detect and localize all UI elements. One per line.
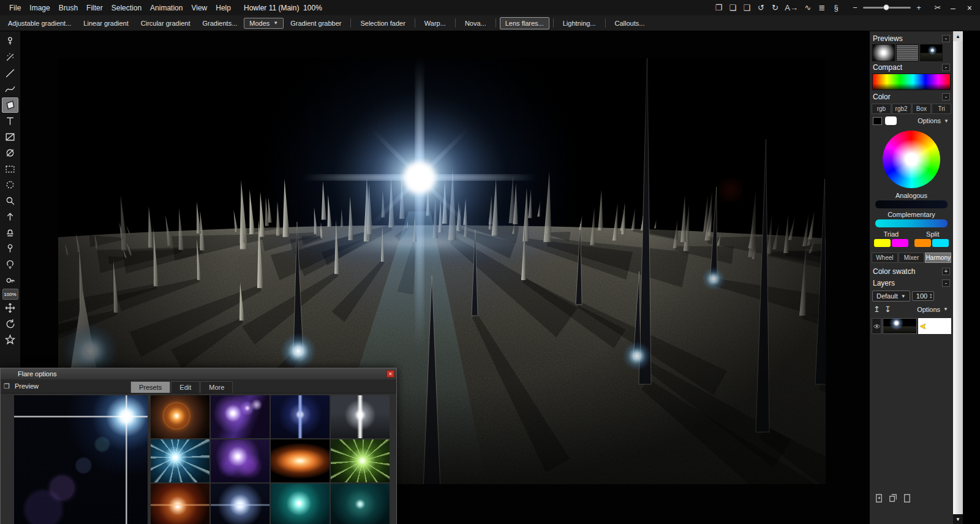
- lines-icon[interactable]: ≣: [818, 3, 826, 12]
- flare-preset-warm-ellipse[interactable]: [271, 439, 330, 482]
- toolbar-button-adjustable-gradient[interactable]: Adjustable gradient...: [2, 17, 77, 29]
- layer-visibility-icon[interactable]: [872, 318, 881, 334]
- color-options-dropdown[interactable]: Options ▼: [918, 117, 950, 124]
- swoosh-icon[interactable]: ∿: [804, 3, 812, 12]
- transform-tool[interactable]: [2, 129, 18, 145]
- flare-preset-cyan-rays[interactable]: [151, 439, 209, 482]
- minimize-button[interactable]: –: [948, 3, 959, 13]
- ellipse-select-tool[interactable]: [2, 177, 18, 192]
- airbrush-tool[interactable]: [2, 50, 18, 65]
- toolbar-button-callouts[interactable]: Callouts...: [609, 17, 650, 29]
- layer-row[interactable]: ➤: [872, 317, 951, 335]
- flare-preset-deep-teal[interactable]: [331, 484, 390, 524]
- menu-help[interactable]: Help: [211, 4, 235, 12]
- close-button[interactable]: ×: [964, 3, 975, 13]
- layer-up-button[interactable]: ↥: [873, 305, 880, 314]
- color-collapse-button[interactable]: -: [942, 93, 950, 101]
- undo-icon[interactable]: ↺: [756, 3, 765, 12]
- frame-back-icon[interactable]: ❐: [714, 3, 723, 12]
- fill-tool[interactable]: [2, 97, 18, 113]
- redo-icon[interactable]: ↻: [771, 3, 779, 12]
- color-tab-box[interactable]: Box: [912, 104, 932, 114]
- color-mode-tab-harmony[interactable]: Harmony: [925, 253, 951, 263]
- preview-thumb-scene[interactable]: [920, 44, 943, 61]
- color-tab-rgb[interactable]: rgb: [872, 104, 891, 114]
- zoom-slider[interactable]: − +: [851, 3, 923, 12]
- color-tab-tri[interactable]: Tri: [932, 104, 951, 114]
- layer-down-button[interactable]: ↧: [884, 305, 891, 314]
- text-tool[interactable]: [2, 113, 18, 129]
- dialog-close-button[interactable]: ×: [386, 370, 394, 378]
- toolbar-button-modes[interactable]: Modes▼: [244, 18, 284, 29]
- frame-forward-icon[interactable]: ❏: [728, 3, 737, 12]
- flare-preset-blue-vertical[interactable]: [271, 395, 330, 438]
- analogous-bar[interactable]: [875, 200, 948, 208]
- dropper-tool[interactable]: [2, 34, 18, 49]
- zoom-slider-track[interactable]: [863, 7, 911, 9]
- color-wheel[interactable]: [883, 131, 940, 188]
- toolbar-button-gradients[interactable]: Gradients...: [197, 17, 243, 29]
- layer-opacity-input[interactable]: 100 ▲▼: [912, 291, 934, 301]
- zoom-tool[interactable]: [2, 193, 18, 208]
- toolbar-button-nova[interactable]: Nova...: [459, 17, 492, 29]
- dialog-titlebar[interactable]: Flare options ×: [1, 368, 396, 379]
- menu-filter[interactable]: Filter: [82, 4, 107, 12]
- layers-collapse-button[interactable]: -: [942, 279, 950, 287]
- delete-layer-icon[interactable]: [902, 493, 912, 504]
- zoom-level-label[interactable]: 100%: [2, 289, 18, 300]
- preview-thumb-radial[interactable]: [872, 44, 895, 61]
- flare-preset-violet-burst[interactable]: [211, 439, 270, 482]
- clone-tool[interactable]: [2, 225, 18, 240]
- toolbar-button-circular-gradient[interactable]: Circular gradient: [135, 17, 196, 29]
- blend-mode-dropdown[interactable]: Default ▼: [872, 290, 910, 302]
- toolbar-button-linear-gradient[interactable]: Linear gradient: [78, 17, 134, 29]
- scroll-up-button[interactable]: ▲: [953, 31, 963, 41]
- rect-select-tool[interactable]: [2, 161, 18, 177]
- frame-copy-icon[interactable]: ❑: [742, 3, 751, 12]
- triad-swatch-1[interactable]: [892, 239, 908, 247]
- zoom-out-button[interactable]: −: [851, 3, 859, 12]
- compact-collapse-button[interactable]: -: [942, 64, 950, 71]
- line-tool[interactable]: [2, 66, 18, 81]
- layer-thumbnail[interactable]: [883, 318, 917, 334]
- s-curve-icon[interactable]: §: [832, 3, 840, 12]
- flare-preset-blue-white-burst[interactable]: [211, 484, 270, 524]
- color-mode-tab-wheel[interactable]: Wheel: [872, 253, 898, 263]
- color-swatch-expand-button[interactable]: +: [942, 268, 950, 275]
- previews-collapse-button[interactable]: -: [942, 35, 950, 42]
- flare-preview[interactable]: [14, 395, 148, 524]
- flare-preset-white-vertical[interactable]: [331, 395, 390, 438]
- pin-tool[interactable]: [2, 241, 18, 256]
- menu-view[interactable]: View: [187, 4, 211, 12]
- dialog-tab-edit[interactable]: Edit: [171, 381, 200, 393]
- toolbar-button-lens-flares[interactable]: Lens flares...: [500, 17, 549, 29]
- flare-preset-orange-glow[interactable]: [151, 395, 209, 438]
- pan-tool[interactable]: [2, 300, 18, 316]
- layer-options-dropdown[interactable]: Options ▼: [917, 306, 949, 313]
- menu-image[interactable]: Image: [25, 4, 54, 12]
- flare-preset-green-star[interactable]: [331, 439, 390, 482]
- preview-thumb-noise[interactable]: [896, 44, 919, 61]
- opacity-spinner[interactable]: ▲▼: [929, 293, 932, 299]
- rotate-tool[interactable]: [2, 316, 18, 332]
- color-mode-tab-mixer[interactable]: Mixer: [899, 253, 925, 263]
- toolbar-button-selection-fader[interactable]: Selection fader: [355, 17, 410, 29]
- lamp-tool[interactable]: [2, 257, 18, 272]
- menu-brush[interactable]: Brush: [55, 4, 82, 12]
- flare-preset-purple-streak[interactable]: [211, 395, 270, 438]
- toolbar-button-lightning[interactable]: Lightning...: [557, 17, 601, 29]
- secondary-color-swatch[interactable]: [885, 116, 897, 125]
- split-swatch-1[interactable]: [932, 239, 949, 247]
- key-tool[interactable]: [2, 273, 18, 288]
- scissors-icon[interactable]: ✂: [933, 3, 942, 12]
- complementary-bar[interactable]: [875, 219, 948, 227]
- pick-arrow-tool[interactable]: [2, 209, 18, 224]
- triad-swatch-0[interactable]: [874, 239, 891, 247]
- ellipse-tool[interactable]: [2, 145, 18, 161]
- duplicate-layer-icon[interactable]: [888, 493, 898, 504]
- dialog-tab-presets[interactable]: Presets: [130, 381, 170, 393]
- flare-preset-orange-red-burst[interactable]: [151, 484, 209, 524]
- flare-preset-teal-burst[interactable]: [271, 484, 330, 524]
- compact-gradient-bar[interactable]: [872, 74, 951, 90]
- star-tool[interactable]: [2, 332, 18, 347]
